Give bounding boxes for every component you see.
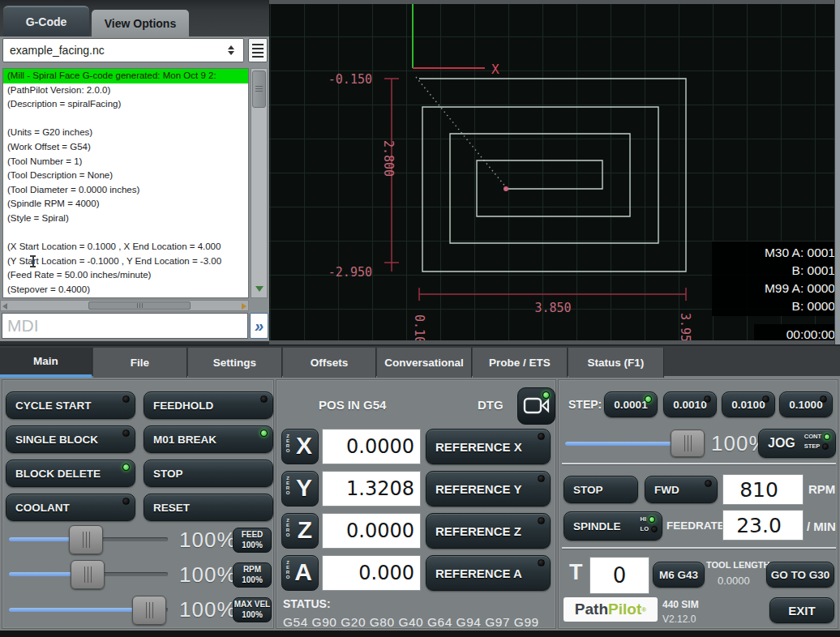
maxvel-override-handle[interactable] bbox=[132, 596, 166, 625]
file-select-value: example_facing.nc bbox=[10, 44, 105, 57]
tab-probe-ets[interactable]: Probe / ETS bbox=[473, 348, 568, 378]
step-0010-led bbox=[704, 395, 711, 403]
tool-number-field[interactable]: 0 bbox=[589, 557, 649, 594]
step-0010-button[interactable]: 0.0010 bbox=[663, 391, 717, 417]
coolant-button[interactable]: COOLANT bbox=[6, 494, 135, 521]
dro-y-field[interactable]: 1.3208 bbox=[322, 471, 421, 507]
maxvel-override-percent: 100% bbox=[179, 597, 237, 622]
zero-a-button[interactable]: ZERO A bbox=[281, 555, 319, 591]
gcode-line: (Tool Diameter = 0.0000 inches) bbox=[3, 183, 248, 198]
spindle-fwd-button[interactable]: FWD bbox=[645, 476, 718, 503]
horizontal-scroll-thumb[interactable] bbox=[88, 301, 191, 310]
feed-override-handle[interactable] bbox=[69, 525, 103, 554]
reference-x-button[interactable]: REFERENCE X bbox=[426, 429, 551, 464]
tab-file[interactable]: File bbox=[93, 348, 187, 378]
tab-conversational[interactable]: Conversational bbox=[377, 348, 472, 378]
step-1000-button[interactable]: 0.1000 bbox=[779, 391, 833, 417]
exit-button[interactable]: EXIT bbox=[769, 597, 834, 623]
jog-button[interactable]: JOG CONT STEP bbox=[758, 429, 836, 458]
reference-y-button[interactable]: REFERENCE Y bbox=[426, 471, 551, 507]
cycle-start-button[interactable]: CYCLE START bbox=[6, 391, 135, 419]
go-to-g30-button[interactable]: GO TO G30 bbox=[766, 562, 834, 588]
m01-break-button[interactable]: M01 BREAK bbox=[144, 425, 273, 453]
rpm-override-button[interactable]: RPM 100% bbox=[233, 562, 272, 588]
tab-gcode[interactable]: G-Code bbox=[3, 6, 89, 36]
gcode-line bbox=[3, 112, 248, 126]
coolant-label: COOLANT bbox=[6, 502, 70, 514]
tab-settings[interactable]: Settings bbox=[188, 348, 282, 378]
maxvel-override-button[interactable]: MAX VEL 100% bbox=[233, 597, 272, 622]
spindle-stop-label: STOP bbox=[564, 484, 603, 496]
step-0001-button[interactable]: 0.0001 bbox=[604, 391, 658, 417]
dro-panel: POS IN G54 DTG ZERO X 0.0000 REFERENCE X… bbox=[276, 379, 556, 629]
mdi-input[interactable] bbox=[2, 313, 248, 339]
dro-a-field[interactable]: 0.000 bbox=[322, 555, 421, 591]
scroll-left-arrow-icon[interactable] bbox=[2, 303, 7, 310]
mdi-send-button[interactable]: » bbox=[250, 313, 268, 339]
counter-m99-b: B: 0000 bbox=[792, 299, 836, 313]
file-menu-button[interactable] bbox=[248, 38, 268, 62]
step-0010-label: 0.0010 bbox=[673, 399, 706, 411]
file-select[interactable]: example_facing.nc bbox=[2, 38, 244, 62]
scroll-down-arrow-icon[interactable] bbox=[252, 281, 266, 296]
m6-g43-button[interactable]: M6 G43 bbox=[653, 562, 705, 588]
block-delete-button[interactable]: BLOCK DELETE bbox=[6, 460, 135, 487]
vertical-scroll-thumb[interactable] bbox=[252, 71, 266, 108]
tab-main[interactable]: Main bbox=[0, 348, 92, 378]
spindle-range-group: HI LO bbox=[641, 515, 658, 532]
dro-z-field[interactable]: 0.0000 bbox=[322, 513, 421, 549]
rpm-field[interactable]: 810 bbox=[722, 474, 804, 505]
jog-label: JOG bbox=[759, 436, 795, 451]
dro-a-value: 0.000 bbox=[358, 562, 414, 584]
tab-view-options-label: View Options bbox=[105, 17, 176, 30]
camera-led bbox=[542, 391, 550, 399]
gcode-line: (PathPilot Version: 2.0.0) bbox=[3, 83, 248, 98]
single-block-button[interactable]: SINGLE BLOCK bbox=[6, 425, 135, 453]
toolpath-display[interactable]: X -0.150 2.800 -2.950 3.850 0.100 3.95 M… bbox=[269, 0, 840, 344]
counter-m30-a: M30 A: 0001 bbox=[765, 246, 835, 259]
feedhold-button[interactable]: FEEDHOLD bbox=[144, 391, 273, 419]
spindle-stop-button[interactable]: STOP bbox=[564, 476, 638, 503]
stop-button[interactable]: STOP bbox=[144, 460, 273, 487]
tab-offsets[interactable]: Offsets bbox=[283, 348, 376, 378]
feedrate-unit-label: / MIN bbox=[807, 519, 836, 533]
dim-label-height: 2.800 bbox=[381, 140, 396, 177]
zero-z-button[interactable]: ZERO Z bbox=[281, 513, 319, 549]
scroll-right-arrow-icon[interactable] bbox=[242, 303, 246, 310]
dtg-header[interactable]: DTG bbox=[478, 398, 504, 412]
tab-status[interactable]: Status (F1) bbox=[568, 348, 664, 378]
step-0100-button[interactable]: 0.0100 bbox=[722, 391, 775, 417]
zero-x-vertical-label: ZERO bbox=[285, 434, 290, 453]
gcode-line: (X Start Location = 0.1000 , X End Locat… bbox=[3, 240, 248, 254]
zero-x-button[interactable]: ZERO X bbox=[281, 429, 319, 464]
active-gcodes: G54 G90 G20 G80 G40 G64 G94 G97 G99 bbox=[283, 615, 539, 630]
feed-override-button[interactable]: FEED 100% bbox=[233, 528, 272, 553]
reference-z-button[interactable]: REFERENCE Z bbox=[426, 513, 551, 549]
zero-y-button[interactable]: ZERO Y bbox=[281, 471, 319, 507]
reference-x-label: REFERENCE X bbox=[426, 440, 522, 454]
feedrate-field[interactable]: 23.0 bbox=[722, 510, 804, 541]
tab-view-options[interactable]: View Options bbox=[92, 10, 189, 36]
reference-z-led bbox=[538, 517, 545, 524]
gcode-line-highlighted: (Mill - Spiral Face G-code generated: Mo… bbox=[3, 69, 248, 83]
pos-header: POS IN G54 bbox=[319, 398, 386, 412]
reset-button[interactable]: RESET bbox=[144, 494, 273, 521]
combo-spinner-icon[interactable] bbox=[224, 42, 238, 58]
block-delete-led bbox=[122, 464, 130, 471]
reference-a-button[interactable]: REFERENCE A bbox=[426, 555, 551, 591]
gcode-listing[interactable]: (Mill - Spiral Face G-code generated: Mo… bbox=[2, 68, 249, 298]
zero-a-vertical-label: ZERO bbox=[285, 560, 290, 579]
camera-button[interactable] bbox=[517, 387, 555, 425]
feed-override-percent: 100% bbox=[179, 528, 237, 553]
text-cursor-pointer bbox=[29, 255, 36, 267]
jog-speed-handle[interactable] bbox=[671, 430, 705, 457]
toolpath-top-edge bbox=[269, 0, 840, 4]
dro-x-field[interactable]: 0.0000 bbox=[322, 429, 421, 464]
tab-main-label: Main bbox=[33, 355, 58, 367]
reference-a-led bbox=[538, 559, 545, 566]
gcode-vertical-scrollbar[interactable] bbox=[251, 68, 268, 298]
exit-label: EXIT bbox=[788, 604, 815, 618]
gcode-horizontal-scrollbar[interactable] bbox=[0, 300, 249, 311]
spindle-button[interactable]: SPINDLE HI LO bbox=[564, 511, 662, 541]
rpm-override-handle[interactable] bbox=[71, 560, 105, 589]
